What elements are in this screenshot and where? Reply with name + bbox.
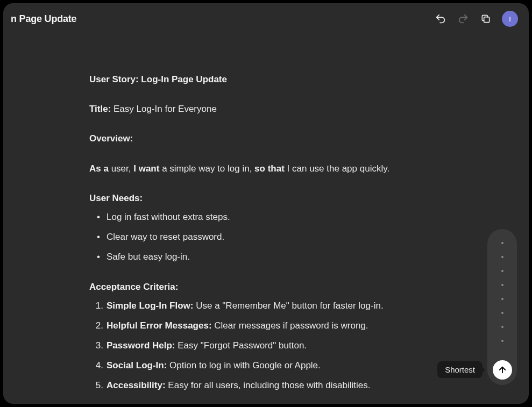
slider-tick — [501, 312, 503, 314]
acceptance-list: Simple Log-In Flow: Use a "Remember Me" … — [89, 298, 443, 393]
story-i-want-value: a simple way to log in, — [159, 163, 254, 174]
svg-rect-0 — [484, 17, 490, 23]
user-needs-list: Log in fast without extra steps. Clear w… — [89, 210, 443, 265]
user-avatar[interactable]: I — [502, 11, 518, 27]
document-title: n Page Update — [11, 13, 76, 25]
title-value: Easy Log-In for Everyone — [111, 104, 217, 114]
arrow-up-icon — [498, 365, 507, 375]
document-heading: User Story: Log-In Page Update — [89, 74, 227, 84]
slider-tick — [501, 284, 503, 286]
slider-tick — [501, 256, 503, 258]
list-item: Helpful Error Messages: Clear messages i… — [107, 318, 443, 333]
list-item: Accessibility: Easy for all users, inclu… — [107, 378, 443, 392]
redo-button[interactable] — [457, 12, 470, 25]
title-label: Title: — [89, 104, 111, 114]
story-so-that-value: I can use the app quickly. — [285, 163, 389, 174]
criteria-text: Easy for all users, including those with… — [166, 380, 371, 390]
length-slider-track[interactable] — [487, 229, 517, 385]
criteria-label: Password Help: — [107, 340, 175, 351]
slider-tick — [501, 340, 503, 342]
avatar-initial: I — [509, 15, 511, 23]
list-item: Log in fast without extra steps. — [107, 210, 443, 224]
slider-tick — [501, 242, 503, 244]
list-item: Simple Log-In Flow: Use a "Remember Me" … — [107, 298, 443, 313]
story-i-want: I want — [133, 163, 159, 174]
undo-icon — [435, 13, 446, 25]
criteria-label: Social Log-In: — [107, 360, 167, 370]
slider-tick — [501, 326, 503, 328]
criteria-label: Simple Log-In Flow: — [107, 301, 193, 311]
story-so-that: so that — [254, 163, 285, 174]
header: n Page Update I — [3, 3, 529, 34]
copy-button[interactable] — [479, 12, 492, 25]
list-item: Social Log-In: Option to log in with Goo… — [107, 358, 443, 373]
user-needs-label: User Needs: — [89, 191, 443, 205]
criteria-text: Option to log in with Google or Apple. — [167, 360, 320, 370]
slider-tooltip: Shortest — [437, 361, 483, 378]
list-item: Clear way to reset password. — [107, 230, 443, 244]
overview-label: Overview: — [89, 133, 133, 144]
copy-icon — [480, 13, 491, 24]
document-content[interactable]: User Story: Log-In Page Update Title: Ea… — [3, 34, 529, 404]
length-slider-handle[interactable] — [493, 360, 512, 380]
list-item: Safe but easy log-in. — [107, 249, 443, 264]
criteria-label: Accessibility: — [107, 380, 166, 390]
criteria-text: Clear messages if password is wrong. — [212, 320, 368, 331]
undo-button[interactable] — [434, 12, 447, 25]
story-as-a-value: user, — [109, 163, 133, 174]
criteria-text: Use a "Remember Me" button for faster lo… — [193, 301, 383, 311]
redo-icon — [457, 13, 469, 25]
criteria-text: Easy "Forgot Password" button. — [175, 340, 307, 351]
criteria-label: Helpful Error Messages: — [107, 320, 212, 331]
acceptance-label: Acceptance Criteria: — [89, 280, 443, 294]
story-as-a: As a — [89, 163, 109, 174]
slider-tick — [501, 270, 503, 272]
slider-tick — [501, 298, 503, 300]
header-actions: I — [434, 11, 518, 27]
list-item: Password Help: Easy "Forgot Password" bu… — [107, 338, 443, 353]
